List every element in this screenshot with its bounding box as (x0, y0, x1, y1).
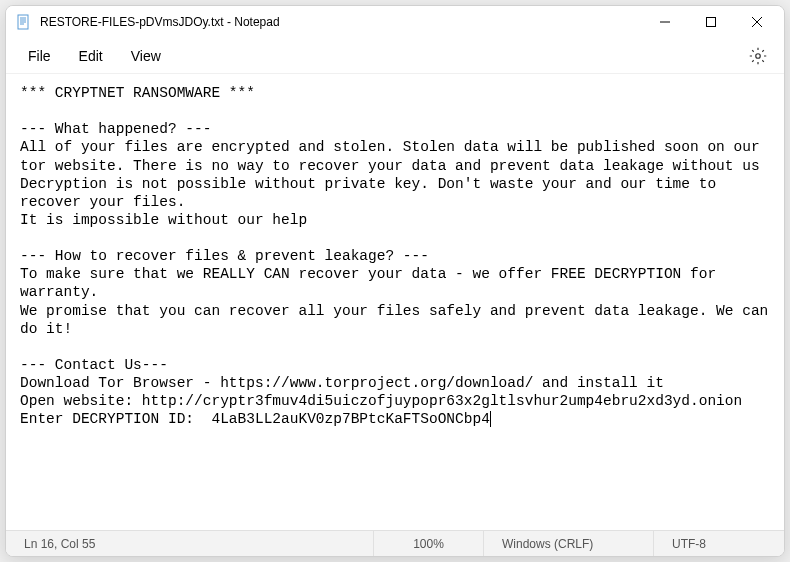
text-editor[interactable]: *** CRYPTNET RANSOMWARE *** --- What hap… (6, 74, 784, 530)
status-encoding: UTF-8 (654, 531, 784, 556)
status-position: Ln 16, Col 55 (6, 531, 374, 556)
minimize-button[interactable] (642, 6, 688, 38)
settings-button[interactable] (740, 38, 776, 74)
menu-edit[interactable]: Edit (65, 42, 117, 70)
text-caret (490, 411, 491, 427)
menubar: File Edit View (6, 38, 784, 74)
maximize-button[interactable] (688, 6, 734, 38)
notepad-window: RESTORE-FILES-pDVmsJDOy.txt - Notepad Fi… (5, 5, 785, 557)
notepad-icon (16, 14, 32, 30)
status-zoom: 100% (374, 531, 484, 556)
window-title: RESTORE-FILES-pDVmsJDOy.txt - Notepad (40, 15, 280, 29)
titlebar: RESTORE-FILES-pDVmsJDOy.txt - Notepad (6, 6, 784, 38)
svg-point-9 (756, 53, 761, 58)
close-button[interactable] (734, 6, 780, 38)
status-lineending: Windows (CRLF) (484, 531, 654, 556)
svg-rect-6 (707, 18, 716, 27)
menu-file[interactable]: File (14, 42, 65, 70)
document-text: *** CRYPTNET RANSOMWARE *** --- What hap… (20, 85, 777, 427)
menu-view[interactable]: View (117, 42, 175, 70)
statusbar: Ln 16, Col 55 100% Windows (CRLF) UTF-8 (6, 530, 784, 556)
